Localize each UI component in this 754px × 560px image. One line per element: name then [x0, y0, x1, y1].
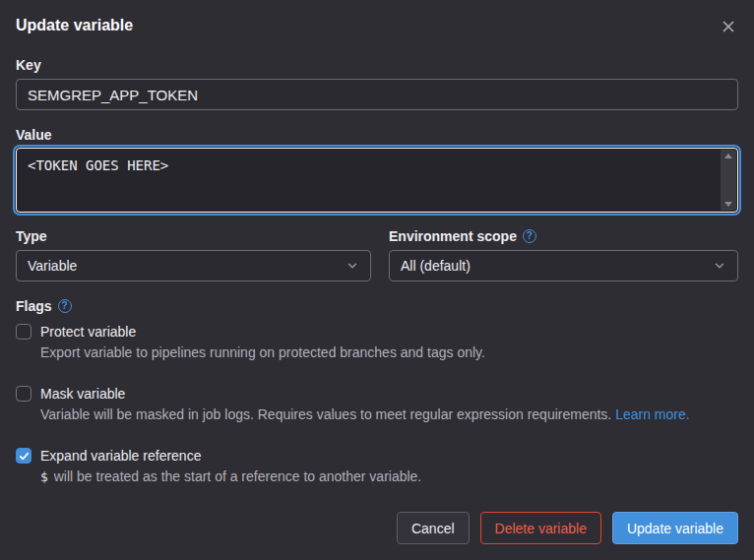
chevron-down-icon — [713, 259, 726, 273]
chevron-down-icon — [346, 259, 359, 273]
expand-variable-label[interactable]: Expand variable reference — [40, 447, 421, 465]
modal-title: Update variable — [16, 16, 133, 35]
check-icon — [19, 451, 30, 462]
type-selected-value: Variable — [28, 258, 77, 274]
close-icon — [721, 19, 736, 34]
type-field-group: Type Variable — [16, 213, 371, 281]
learn-more-link[interactable]: Learn more. — [615, 406, 689, 422]
protect-variable-checkbox[interactable] — [16, 324, 31, 340]
environment-select[interactable]: All (default) — [389, 250, 738, 281]
type-label: Type — [16, 228, 371, 244]
value-field-group: Value <TOKEN GOES HERE> — [16, 110, 738, 213]
expand-variable-description: $ will be treated as the start of a refe… — [40, 467, 421, 487]
scroll-down-icon[interactable] — [724, 202, 732, 207]
expand-variable-description-text: will be treated as the start of a refere… — [54, 468, 422, 484]
environment-help-icon[interactable]: ? — [523, 229, 536, 243]
protect-variable-label[interactable]: Protect variable — [40, 323, 485, 341]
key-field-group: Key — [16, 36, 738, 110]
type-select[interactable]: Variable — [16, 250, 371, 281]
environment-label: Environment scope ? — [389, 228, 738, 244]
expand-variable-row: Expand variable reference $ will be trea… — [16, 447, 738, 487]
modal-header: Update variable — [16, 16, 738, 36]
delete-variable-button[interactable]: Delete variable — [480, 512, 601, 544]
environment-label-text: Environment scope — [389, 228, 517, 244]
scroll-up-icon[interactable] — [724, 154, 732, 158]
environment-field-group: Environment scope ? All (default) — [389, 213, 738, 281]
protect-variable-row: Protect variable Export variable to pipe… — [16, 323, 738, 362]
update-variable-button[interactable]: Update variable — [612, 512, 738, 544]
textarea-scrollbar[interactable] — [721, 150, 736, 211]
value-label: Value — [16, 127, 738, 143]
environment-selected-value: All (default) — [401, 258, 471, 274]
value-textarea-wrap: <TOKEN GOES HERE> — [16, 148, 738, 213]
mask-variable-description-text: Variable will be masked in job logs. Req… — [40, 406, 611, 422]
flags-help-icon[interactable]: ? — [58, 299, 72, 313]
close-button[interactable] — [719, 17, 738, 36]
modal-footer: Cancel Delete variable Update variable — [16, 512, 738, 544]
dollar-code: $ — [40, 469, 50, 484]
flags-group: Flags ? Protect variable Export variable… — [16, 281, 738, 487]
key-input[interactable] — [16, 79, 738, 110]
cancel-button[interactable]: Cancel — [397, 512, 470, 544]
type-environment-row: Type Variable Environment scope ? All (d… — [16, 213, 738, 281]
flags-label-text: Flags — [16, 298, 52, 314]
expand-variable-checkbox[interactable] — [16, 448, 31, 464]
update-variable-modal: Update variable Key Value <TOKEN GOES HE… — [0, 0, 754, 560]
mask-variable-row: Mask variable Variable will be masked in… — [16, 385, 738, 424]
value-textarea[interactable]: <TOKEN GOES HERE> — [17, 149, 737, 212]
mask-variable-description: Variable will be masked in job logs. Req… — [40, 404, 690, 424]
mask-variable-checkbox[interactable] — [16, 386, 31, 402]
protect-variable-description: Export variable to pipelines running on … — [40, 342, 485, 362]
mask-variable-label[interactable]: Mask variable — [40, 385, 690, 403]
flags-label: Flags ? — [16, 298, 738, 314]
key-label: Key — [16, 57, 738, 73]
